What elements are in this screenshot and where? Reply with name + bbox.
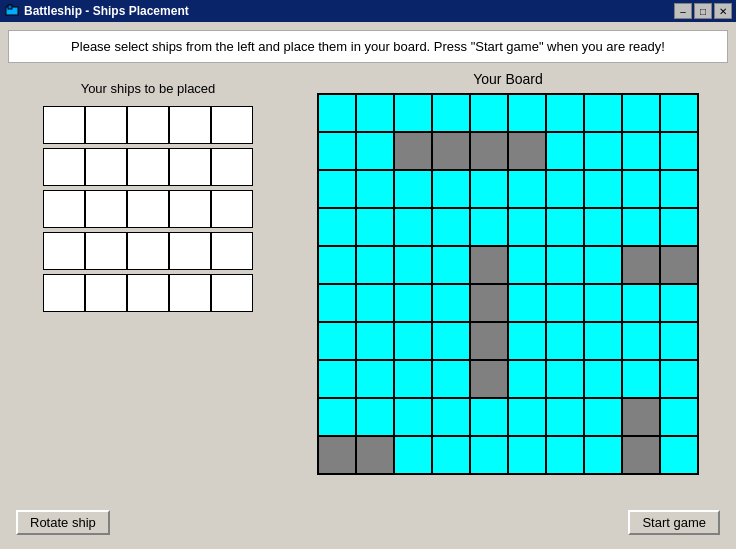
ship-cell-4-0[interactable] bbox=[43, 274, 85, 312]
board-cell-2-6[interactable] bbox=[546, 170, 584, 208]
board-cell-3-9[interactable] bbox=[660, 208, 698, 246]
board-cell-9-9[interactable] bbox=[660, 436, 698, 474]
board-cell-5-0[interactable] bbox=[318, 284, 356, 322]
board-cell-5-4[interactable] bbox=[470, 284, 508, 322]
board-cell-2-4[interactable] bbox=[470, 170, 508, 208]
board-cell-0-8[interactable] bbox=[622, 94, 660, 132]
board-cell-7-3[interactable] bbox=[432, 360, 470, 398]
ship-cell-1-3[interactable] bbox=[169, 148, 211, 186]
board-cell-5-1[interactable] bbox=[356, 284, 394, 322]
board-cell-1-1[interactable] bbox=[356, 132, 394, 170]
board-cell-4-8[interactable] bbox=[622, 246, 660, 284]
board-cell-7-9[interactable] bbox=[660, 360, 698, 398]
ship-cell-1-1[interactable] bbox=[85, 148, 127, 186]
board-cell-3-6[interactable] bbox=[546, 208, 584, 246]
ship-cell-3-4[interactable] bbox=[211, 232, 253, 270]
ship-cell-3-3[interactable] bbox=[169, 232, 211, 270]
ship-cell-2-3[interactable] bbox=[169, 190, 211, 228]
board-cell-9-7[interactable] bbox=[584, 436, 622, 474]
board-cell-4-3[interactable] bbox=[432, 246, 470, 284]
ship-cell-0-1[interactable] bbox=[85, 106, 127, 144]
board-cell-1-4[interactable] bbox=[470, 132, 508, 170]
ship-cell-1-2[interactable] bbox=[127, 148, 169, 186]
board-cell-0-4[interactable] bbox=[470, 94, 508, 132]
ship-cell-2-2[interactable] bbox=[127, 190, 169, 228]
board-cell-1-3[interactable] bbox=[432, 132, 470, 170]
board-cell-2-2[interactable] bbox=[394, 170, 432, 208]
board-cell-5-2[interactable] bbox=[394, 284, 432, 322]
board-cell-2-5[interactable] bbox=[508, 170, 546, 208]
board-cell-2-7[interactable] bbox=[584, 170, 622, 208]
board-cell-5-9[interactable] bbox=[660, 284, 698, 322]
ship-row-4[interactable] bbox=[43, 274, 253, 312]
board-cell-9-3[interactable] bbox=[432, 436, 470, 474]
ship-row-1[interactable] bbox=[43, 148, 253, 186]
board-cell-5-3[interactable] bbox=[432, 284, 470, 322]
board-cell-7-0[interactable] bbox=[318, 360, 356, 398]
board-cell-0-5[interactable] bbox=[508, 94, 546, 132]
ship-cell-0-0[interactable] bbox=[43, 106, 85, 144]
board-cell-8-8[interactable] bbox=[622, 398, 660, 436]
board-cell-0-7[interactable] bbox=[584, 94, 622, 132]
board-cell-6-9[interactable] bbox=[660, 322, 698, 360]
board-cell-3-5[interactable] bbox=[508, 208, 546, 246]
ship-cell-4-2[interactable] bbox=[127, 274, 169, 312]
board-cell-2-1[interactable] bbox=[356, 170, 394, 208]
board-cell-3-8[interactable] bbox=[622, 208, 660, 246]
board-cell-3-2[interactable] bbox=[394, 208, 432, 246]
board-cell-9-2[interactable] bbox=[394, 436, 432, 474]
board-cell-4-1[interactable] bbox=[356, 246, 394, 284]
ship-cell-4-4[interactable] bbox=[211, 274, 253, 312]
board-cell-1-9[interactable] bbox=[660, 132, 698, 170]
board-cell-1-7[interactable] bbox=[584, 132, 622, 170]
board-cell-6-4[interactable] bbox=[470, 322, 508, 360]
board-cell-2-0[interactable] bbox=[318, 170, 356, 208]
board-cell-7-6[interactable] bbox=[546, 360, 584, 398]
board-cell-3-0[interactable] bbox=[318, 208, 356, 246]
board-cell-0-6[interactable] bbox=[546, 94, 584, 132]
board-cell-1-8[interactable] bbox=[622, 132, 660, 170]
board-cell-3-4[interactable] bbox=[470, 208, 508, 246]
board-cell-0-0[interactable] bbox=[318, 94, 356, 132]
board-cell-7-2[interactable] bbox=[394, 360, 432, 398]
board-cell-5-8[interactable] bbox=[622, 284, 660, 322]
board-cell-2-8[interactable] bbox=[622, 170, 660, 208]
ship-cell-2-0[interactable] bbox=[43, 190, 85, 228]
board-cell-9-8[interactable] bbox=[622, 436, 660, 474]
board-grid[interactable] bbox=[317, 93, 699, 475]
board-cell-8-3[interactable] bbox=[432, 398, 470, 436]
board-cell-3-7[interactable] bbox=[584, 208, 622, 246]
board-cell-8-1[interactable] bbox=[356, 398, 394, 436]
ship-cell-3-1[interactable] bbox=[85, 232, 127, 270]
board-cell-8-7[interactable] bbox=[584, 398, 622, 436]
ship-cell-0-2[interactable] bbox=[127, 106, 169, 144]
board-cell-9-0[interactable] bbox=[318, 436, 356, 474]
ship-cell-4-1[interactable] bbox=[85, 274, 127, 312]
board-cell-1-2[interactable] bbox=[394, 132, 432, 170]
board-cell-2-3[interactable] bbox=[432, 170, 470, 208]
ship-cell-3-0[interactable] bbox=[43, 232, 85, 270]
board-cell-2-9[interactable] bbox=[660, 170, 698, 208]
board-cell-5-7[interactable] bbox=[584, 284, 622, 322]
ship-cell-2-4[interactable] bbox=[211, 190, 253, 228]
board-cell-7-4[interactable] bbox=[470, 360, 508, 398]
minimize-button[interactable]: – bbox=[674, 3, 692, 19]
board-cell-7-1[interactable] bbox=[356, 360, 394, 398]
ship-cell-0-3[interactable] bbox=[169, 106, 211, 144]
board-cell-4-9[interactable] bbox=[660, 246, 698, 284]
start-game-button[interactable]: Start game bbox=[628, 510, 720, 535]
board-cell-8-2[interactable] bbox=[394, 398, 432, 436]
board-cell-4-6[interactable] bbox=[546, 246, 584, 284]
board-cell-8-9[interactable] bbox=[660, 398, 698, 436]
ship-cell-0-4[interactable] bbox=[211, 106, 253, 144]
board-cell-7-8[interactable] bbox=[622, 360, 660, 398]
board-cell-5-5[interactable] bbox=[508, 284, 546, 322]
ship-cell-4-3[interactable] bbox=[169, 274, 211, 312]
board-cell-6-6[interactable] bbox=[546, 322, 584, 360]
board-cell-6-0[interactable] bbox=[318, 322, 356, 360]
ship-cell-1-0[interactable] bbox=[43, 148, 85, 186]
board-cell-4-4[interactable] bbox=[470, 246, 508, 284]
board-cell-3-3[interactable] bbox=[432, 208, 470, 246]
board-cell-4-7[interactable] bbox=[584, 246, 622, 284]
ship-row-3[interactable] bbox=[43, 232, 253, 270]
